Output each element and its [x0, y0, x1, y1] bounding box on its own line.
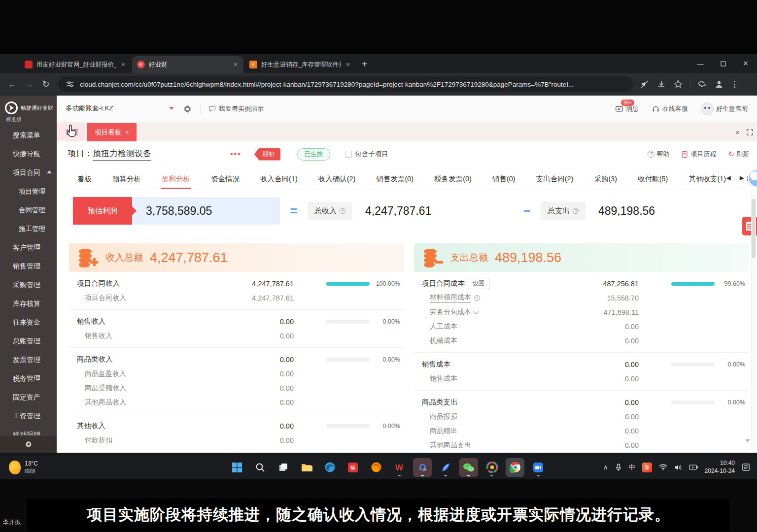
subtab-5[interactable]: 收入合同(1)	[259, 169, 299, 189]
tab-close-icon[interactable]: ×	[233, 61, 239, 68]
microphone-icon[interactable]	[615, 464, 622, 471]
close-all-icon[interactable]: ×	[735, 128, 740, 136]
firefox-icon[interactable]	[367, 458, 385, 477]
site-settings-icon[interactable]	[65, 79, 75, 89]
help-icon[interactable]: ?	[573, 208, 579, 214]
browser-tab-1[interactable]: 用友好业财官网_好业财报价_a×	[20, 56, 131, 73]
include-subprojects-checkbox[interactable]: 包含子项目	[345, 150, 388, 159]
subtab-9[interactable]: 销售(0)	[491, 169, 516, 189]
tab-project-kanban[interactable]: 项目看板 ×	[87, 123, 137, 141]
sidebar-item-5[interactable]: 合同管理	[0, 201, 57, 220]
item-label-text[interactable]: 材料领用成本	[430, 293, 471, 303]
wps-icon[interactable]: W	[390, 458, 409, 477]
browser-tab-3[interactable]: 6好生意进销存_库存管理软件系×	[244, 56, 356, 73]
minimize-button[interactable]: —	[689, 54, 712, 73]
new-tab-button[interactable]: +	[362, 59, 368, 70]
sidebar-item-2[interactable]: 快捷导航	[0, 145, 57, 164]
settings-gear-icon[interactable]	[183, 104, 192, 114]
sidebar-item-16[interactable]: 工资管理	[0, 407, 57, 426]
more-options-icon[interactable]: •••	[230, 150, 241, 159]
sidebar-item-17[interactable]: 移动报销	[0, 426, 57, 435]
sidebar-item-15[interactable]: 固定资产	[0, 388, 57, 407]
reload-button[interactable]: ↻	[37, 79, 54, 90]
scroll-down-icon[interactable]	[745, 439, 750, 442]
chanjet-icon[interactable]: 畅	[344, 458, 362, 477]
sidebar-item-7[interactable]: 客户管理	[0, 238, 57, 257]
windows-start-icon[interactable]	[228, 458, 246, 477]
install-icon[interactable]	[656, 79, 666, 89]
period-badge[interactable]: 期初	[254, 148, 280, 161]
address-bar[interactable]: cloud.chanjet.com/cc/u0f07putz1ne/6chlgh…	[58, 76, 633, 92]
subtab-6[interactable]: 收入确认(2)	[317, 169, 357, 189]
help-button[interactable]: ? 帮助	[648, 150, 669, 159]
tab-close-icon[interactable]: ×	[345, 61, 351, 68]
subtab-10[interactable]: 支出合同(2)	[535, 169, 575, 189]
sidebar-item-14[interactable]: 税务管理	[0, 369, 57, 388]
subtab-12[interactable]: 收付款(5)	[637, 169, 669, 189]
video-app-icon[interactable]	[529, 458, 548, 477]
account-selector[interactable]: 多功能账套-LKZ	[63, 102, 176, 116]
bookmark-star-icon[interactable]	[673, 79, 683, 89]
subtab-3[interactable]: 盈利分析	[161, 169, 191, 189]
menu-kebab-icon[interactable]	[731, 81, 738, 88]
sogou-input-icon[interactable]: S	[642, 463, 652, 472]
subtab-1[interactable]: 看板	[76, 169, 93, 189]
scrollbar-thumb[interactable]	[752, 199, 756, 258]
fullscreen-icon[interactable]	[747, 129, 753, 135]
subtab-4[interactable]: 资金情况	[210, 169, 241, 189]
tab-close-icon[interactable]: ×	[120, 61, 126, 68]
battery-icon[interactable]	[689, 465, 698, 470]
subtab-13[interactable]: 其他收支(1)	[688, 169, 727, 189]
close-button[interactable]: ×	[734, 54, 757, 73]
wifi-icon[interactable]	[659, 464, 667, 470]
project-name-link[interactable]: 预扭力检测设备	[93, 148, 151, 161]
refresh-button[interactable]: ↻ 刷新	[728, 150, 749, 159]
tabs-scroll-left-icon[interactable]: ◀	[726, 174, 731, 181]
sidebar-item-4[interactable]: 项目管理	[0, 182, 57, 201]
notification-icon[interactable]	[742, 463, 750, 471]
taskbar-clock[interactable]: 10:40 2024-10-24	[705, 460, 735, 475]
search-icon[interactable]	[251, 458, 270, 477]
extensions-icon[interactable]	[697, 79, 707, 89]
edge-icon[interactable]	[320, 458, 339, 477]
sidebar-item-8[interactable]: 销售管理	[0, 257, 57, 276]
sidebar-item-9[interactable]: 采购管理	[0, 276, 57, 295]
subtab-8[interactable]: 税务发票(0)	[433, 169, 473, 189]
online-service-button[interactable]: 在线客服	[652, 104, 688, 113]
help-icon[interactable]: ?	[340, 208, 345, 214]
sidebar-item-11[interactable]: 往来资金	[0, 313, 57, 332]
help-icon[interactable]: ?	[474, 295, 480, 301]
subtab-2[interactable]: 预算分析	[111, 169, 142, 189]
sidebar-settings[interactable]	[0, 436, 57, 453]
volume-icon[interactable]	[674, 464, 682, 471]
maximize-button[interactable]	[712, 54, 734, 73]
profile-icon[interactable]	[714, 79, 724, 89]
qq-icon[interactable]: Q	[413, 458, 432, 477]
taskbar-weather[interactable]: 13°C 晴朗	[9, 460, 38, 475]
close-tab-icon[interactable]: ×	[125, 129, 129, 136]
blue-feather-icon[interactable]	[436, 458, 455, 477]
mute-icon[interactable]	[640, 79, 650, 89]
sidebar-item-13[interactable]: 发票管理	[0, 351, 57, 369]
messages-button[interactable]: 99+ 消息	[615, 104, 639, 113]
settings-button[interactable]: 设置	[468, 278, 489, 289]
back-button[interactable]: ←	[4, 79, 21, 90]
sidebar-item-6[interactable]: 施工管理	[0, 220, 57, 238]
sidebar-item-10[interactable]: 库存核算	[0, 295, 57, 313]
ime-indicator[interactable]: 中	[629, 463, 635, 472]
tray-expand-icon[interactable]: ∧	[603, 464, 608, 471]
file-explorer-icon[interactable]	[297, 458, 316, 477]
demo-link[interactable]: 我要看实例演示	[208, 104, 264, 113]
forward-button[interactable]: →	[21, 79, 37, 90]
chevron-down-icon[interactable]	[473, 308, 479, 314]
task-view-icon[interactable]	[274, 458, 293, 477]
tabs-scroll-right-icon[interactable]: ▶	[740, 174, 744, 181]
subtab-11[interactable]: 采购(3)	[593, 169, 618, 189]
sidebar-item-3[interactable]: 项目合同	[0, 164, 57, 182]
subtab-7[interactable]: 销售发票(0)	[375, 169, 414, 189]
project-history-button[interactable]: 项目历程	[681, 150, 716, 159]
user-menu[interactable]: 好生意售前	[701, 102, 748, 115]
sidebar-item-1[interactable]: 搜索菜单	[0, 126, 57, 145]
browser-tab-2[interactable]: 好好业财×	[132, 56, 243, 73]
chrome-icon[interactable]	[506, 458, 524, 477]
